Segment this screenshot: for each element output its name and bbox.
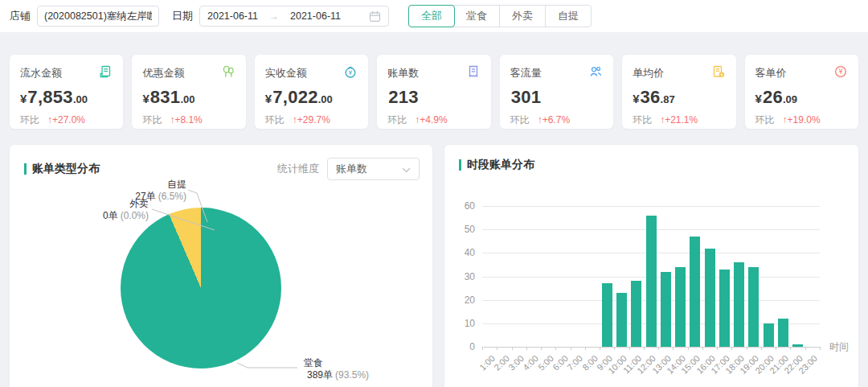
x-axis-tick <box>600 347 600 350</box>
svg-text:¥: ¥ <box>720 72 723 77</box>
kpi-title: 账单数 <box>387 66 419 80</box>
bar-21:00 <box>778 319 788 347</box>
kpi-value: 831 <box>150 87 181 107</box>
pie-panel-title: 账单类型分布 <box>32 162 100 176</box>
title-accent-bar <box>24 163 27 175</box>
kpi-decimals: .00 <box>180 93 194 105</box>
date-range-picker[interactable]: 2021-06-11 → 2021-06-11 <box>199 6 389 27</box>
currency-symbol: ¥ <box>20 92 27 105</box>
kpi-decimals: .00 <box>318 93 333 105</box>
kpi-card-bills: 账单数 213 环比↑+4.9% <box>377 55 490 129</box>
x-axis-tick <box>702 347 703 350</box>
kpi-title: 流水金额 <box>20 66 62 80</box>
date-label: 日期 <box>172 9 193 23</box>
compare-label: 环比 <box>387 114 407 126</box>
bar-chart[interactable] <box>482 206 820 347</box>
title-accent-bar <box>459 159 461 171</box>
bill-type-panel: 账单类型分布 统计维度 账单数 自提 27单(6.5%) 外卖 0单(0.0%)… <box>10 145 432 387</box>
y-axis-tick-label: 60 <box>444 200 475 212</box>
compare-label: 环比 <box>510 114 530 126</box>
bar-18:00 <box>734 262 744 347</box>
filter-pickup-button[interactable]: 自提 <box>545 6 591 27</box>
kpi-change: +27.0% <box>52 114 85 126</box>
bar-9:00 <box>602 283 612 347</box>
shop-input[interactable] <box>37 6 159 27</box>
filter-all-button[interactable]: 全部 <box>408 5 455 27</box>
receipt-icon <box>98 64 113 81</box>
currency-symbol: ¥ <box>265 92 272 105</box>
date-end[interactable]: 2021-06-11 <box>290 10 341 22</box>
shop-label: 店铺 <box>10 9 31 23</box>
x-axis-tick <box>512 347 513 350</box>
slice-percent: (0.0%) <box>121 210 149 221</box>
kpi-change: +21.1% <box>665 114 698 126</box>
y-axis-tick-label: 40 <box>444 247 475 258</box>
bar-20:00 <box>764 323 774 347</box>
kpi-decimals: .00 <box>73 93 88 105</box>
people-icon <box>588 64 603 81</box>
x-axis-tick <box>497 347 497 350</box>
dimension-select[interactable]: 账单数 <box>327 158 420 180</box>
bar-22:00 <box>792 344 803 347</box>
kpi-title: 单均价 <box>633 66 664 80</box>
x-axis-tick <box>555 347 556 350</box>
currency-symbol: ¥ <box>142 92 149 105</box>
y-axis-tick-label: 50 <box>444 224 475 235</box>
yen-circle-icon: ¥ <box>833 64 848 81</box>
bar-11:00 <box>631 281 641 347</box>
y-axis-tick-label: 10 <box>444 318 475 329</box>
slice-count: 389单 <box>307 369 333 381</box>
compare-label: 环比 <box>755 114 775 126</box>
filter-dinein-button[interactable]: 堂食 <box>454 6 499 27</box>
kpi-value: 36 <box>640 87 660 107</box>
x-axis-tick <box>614 347 615 350</box>
kpi-card-customers: 客流量 301 环比↑+6.7% <box>500 55 613 129</box>
filter-toolbar: 店铺 日期 2021-06-11 → 2021-06-11 全部 堂食 外卖 自… <box>0 0 868 32</box>
x-axis-tick <box>731 347 732 350</box>
x-axis-tick <box>482 347 483 350</box>
x-axis-tick <box>541 347 542 350</box>
kpi-cards-row: 流水金额 ¥7,853.00 环比↑+27.0% 优惠金额 ¥831.00 环比… <box>10 55 858 129</box>
pie-label-takeout: 外卖 0单(0.0%) <box>103 198 149 222</box>
gridline <box>482 206 820 207</box>
bar-15:00 <box>690 237 700 347</box>
date-arrow-icon: → <box>269 10 279 22</box>
pie-label-dinein: 堂食 389单(93.5%) <box>304 357 369 381</box>
currency-symbol: ¥ <box>633 92 639 105</box>
kpi-card-net: 实收金额 ¥ ¥7,022.00 环比↑+29.7% <box>255 55 368 129</box>
calendar-icon[interactable] <box>369 10 381 23</box>
pie-chart[interactable] <box>121 208 281 368</box>
x-axis-tick <box>820 347 821 350</box>
x-axis-tick <box>629 347 630 350</box>
x-axis-tick <box>585 347 586 350</box>
kpi-value: 7,853 <box>27 87 73 107</box>
x-axis-tick <box>658 347 659 350</box>
dimension-value: 账单数 <box>336 162 367 176</box>
dimension-label: 统计维度 <box>277 162 319 176</box>
kpi-value: 7,022 <box>272 87 318 107</box>
kpi-change: +6.7% <box>542 114 570 126</box>
kpi-card-discount: 优惠金额 ¥831.00 环比↑+8.1% <box>132 55 245 129</box>
kpi-title: 客单价 <box>755 66 787 80</box>
y-axis-tick-label: 30 <box>444 271 475 282</box>
x-axis-title: 时间 <box>829 340 849 354</box>
bill-icon <box>466 64 481 81</box>
date-start[interactable]: 2021-06-11 <box>207 10 258 22</box>
filter-takeout-button[interactable]: 外卖 <box>499 6 545 27</box>
kpi-change: +19.0% <box>788 114 821 126</box>
bar-13:00 <box>661 272 671 347</box>
svg-text:¥: ¥ <box>838 68 842 76</box>
x-axis-tick <box>805 347 806 350</box>
bar-16:00 <box>705 249 715 348</box>
balloons-icon <box>221 64 235 81</box>
bar-10:00 <box>616 293 627 347</box>
bar-19:00 <box>748 267 759 347</box>
compare-label: 环比 <box>265 114 285 126</box>
kpi-change: +8.1% <box>174 114 202 126</box>
compare-label: 环比 <box>633 114 652 126</box>
compare-label: 环比 <box>142 114 162 126</box>
x-axis-tick <box>790 347 791 350</box>
hourly-bills-panel: 时段账单分布 01020304050601:002:003:004:005:00… <box>444 145 858 387</box>
kpi-card-avg-bill: 单均价 ¥ ¥36.87 环比↑+21.1% <box>622 55 735 129</box>
kpi-change: +29.7% <box>297 114 330 126</box>
